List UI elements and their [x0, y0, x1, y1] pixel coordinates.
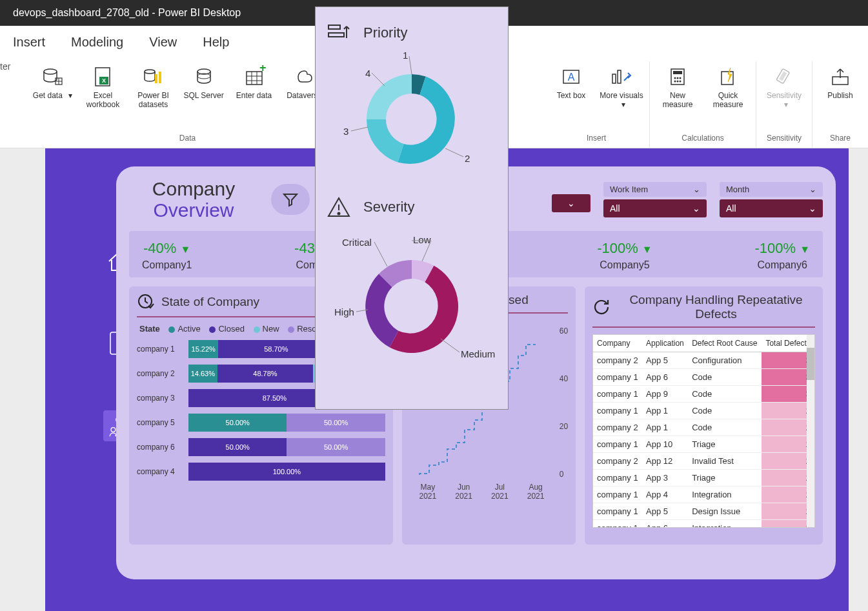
ribbon-publish[interactable]: Publish — [818, 63, 863, 103]
defects-table[interactable]: Company Application Defect Root Cause To… — [592, 334, 815, 528]
quick-measure-icon — [716, 65, 740, 88]
svg-rect-20 — [612, 74, 616, 83]
svg-point-7 — [145, 70, 155, 74]
chevron-down-icon: ⌄ — [809, 203, 816, 214]
svg-point-48 — [338, 213, 340, 215]
slicer-month[interactable]: Month⌄ All⌄ — [720, 182, 823, 217]
pbi-datasets-icon — [142, 65, 165, 88]
ribbon-group-insert: A Text box More visuals Insert — [543, 61, 650, 148]
chevron-down-icon: ⌄ — [692, 203, 700, 214]
table-row[interactable]: company 2App 12Invalid Test2 — [593, 453, 814, 470]
table-row[interactable]: company 1App 1Code2 — [593, 403, 814, 419]
state-panel-title: State of Company — [161, 295, 259, 309]
table-row[interactable]: company 2App 5Configuration3 — [593, 352, 814, 369]
chevron-down-icon: ⌄ — [693, 185, 700, 194]
table-row[interactable]: company 1App 3Triage2 — [593, 470, 814, 486]
ribbon-sensitivity: Sensitivity — [762, 63, 807, 112]
ribbon-group-label-insert: Insert — [549, 131, 644, 148]
table-row[interactable]: company 1App 10Triage2 — [593, 436, 814, 453]
refresh-icon — [592, 298, 611, 316]
ribbon-group-share: Publish Share — [812, 61, 868, 148]
ribbon-truncated-left: ter — [0, 61, 25, 104]
more-visuals-icon — [610, 65, 633, 88]
scrollbar-thumb[interactable] — [807, 348, 814, 380]
menu-view[interactable]: View — [149, 35, 177, 50]
svg-text:X: X — [102, 77, 106, 84]
svg-point-25 — [677, 77, 679, 79]
menu-insert[interactable]: Insert — [13, 35, 45, 50]
dataverse-icon — [293, 65, 316, 88]
svg-rect-23 — [673, 71, 682, 74]
defects-panel[interactable]: Company Handling Repeatative Defects Com… — [585, 286, 823, 545]
svg-point-28 — [677, 81, 679, 83]
bar-row: company 650.00%50.00% — [137, 438, 385, 456]
enter-data-icon: + — [243, 65, 266, 88]
scrollbar[interactable] — [807, 335, 814, 527]
left-view-nav — [0, 148, 45, 611]
data-cube-icon — [41, 65, 65, 88]
page-title-line2: Overview — [129, 199, 258, 221]
svg-rect-21 — [618, 70, 621, 83]
svg-rect-41 — [328, 25, 340, 29]
svg-text:+: + — [259, 65, 266, 74]
excel-icon: X — [92, 65, 115, 88]
ribbon-group-calculations: New measure Quick measure Calculations — [650, 61, 756, 148]
sensitivity-icon — [772, 65, 796, 88]
page-title-line1: Company — [129, 178, 258, 199]
ribbon-new-measure[interactable]: New measure — [655, 63, 700, 112]
kpi-card: -40% ▼Company1 — [142, 240, 192, 271]
table-row[interactable]: company 1App 5Design Issue2 — [593, 503, 814, 520]
priority-donut: 1 2 3 4 — [334, 48, 489, 190]
new-measure-icon — [666, 65, 689, 88]
table-row[interactable]: company 2App 1Code2 — [593, 419, 814, 436]
clock-check-icon — [137, 293, 155, 311]
ribbon-more-visuals[interactable]: More visuals — [599, 63, 644, 112]
svg-point-26 — [680, 77, 681, 79]
ribbon-enter-data[interactable]: + Enter data — [232, 63, 277, 103]
ribbon-group-label-data: Data — [30, 131, 345, 148]
menu-help[interactable]: Help — [203, 35, 229, 50]
svg-text:A: A — [568, 72, 575, 83]
filter-icon — [281, 190, 299, 208]
textbox-icon: A — [560, 65, 583, 88]
table-row[interactable]: company 1App 9Code3 — [593, 386, 814, 403]
table-row[interactable]: company 1App 6Integration2 — [593, 520, 814, 528]
ribbon-group-sensitivity: Sensitivity Sensitivity — [756, 61, 812, 148]
ribbon-text-box[interactable]: A Text box — [549, 63, 594, 103]
priority-title: Priority — [363, 25, 407, 41]
ribbon-group-data: Get data X Excel workbook Power BI datas… — [25, 61, 351, 148]
svg-point-0 — [44, 69, 57, 74]
svg-point-24 — [674, 77, 676, 79]
bar-row: company 4100.00% — [137, 463, 385, 481]
publish-icon — [829, 65, 852, 88]
chevron-down-icon: ⌄ — [567, 198, 575, 208]
table-row[interactable]: company 1App 6Code3 — [593, 369, 814, 386]
ribbon-quick-measure[interactable]: Quick measure — [705, 63, 751, 112]
priority-icon — [326, 20, 352, 46]
ribbon-group-label-calc: Calculations — [655, 131, 751, 148]
slicer-work-item[interactable]: Work Item⌄ All⌄ — [603, 182, 707, 217]
ribbon-group-label-share: Share — [818, 131, 863, 148]
ribbon-sql-server[interactable]: SQL Server — [181, 63, 227, 103]
filter-button[interactable] — [271, 184, 310, 215]
kpi-card: -100% ▼Company5 — [597, 240, 652, 271]
ribbon-pbi-datasets[interactable]: Power BI datasets — [131, 63, 176, 112]
bar-row: company 550.00%50.00% — [137, 414, 385, 432]
slicer-unknown[interactable]: ⌄ — [552, 186, 590, 212]
sql-icon — [192, 65, 216, 88]
table-row[interactable]: company 1App 4Integration2 — [593, 486, 814, 503]
severity-donut: Low Medium High Critical — [334, 223, 489, 384]
ribbon-excel-workbook[interactable]: X Excel workbook — [81, 63, 126, 112]
ribbon-get-data[interactable]: Get data — [30, 63, 76, 103]
severity-icon — [326, 194, 352, 220]
floating-overlay[interactable]: Priority 1 2 3 4 Severity — [315, 6, 509, 410]
svg-point-29 — [680, 81, 681, 83]
svg-rect-42 — [328, 33, 344, 37]
ribbon-group-label-sens: Sensitivity — [762, 131, 807, 148]
window-title: devops_dashboard_2708_old - Power BI Des… — [13, 7, 241, 19]
chevron-down-icon: ⌄ — [809, 185, 816, 194]
menu-modeling[interactable]: Modeling — [71, 35, 123, 50]
defects-panel-title: Company Handling Repeatative Defects — [617, 293, 815, 321]
svg-rect-9 — [159, 72, 161, 83]
svg-rect-8 — [155, 74, 157, 83]
